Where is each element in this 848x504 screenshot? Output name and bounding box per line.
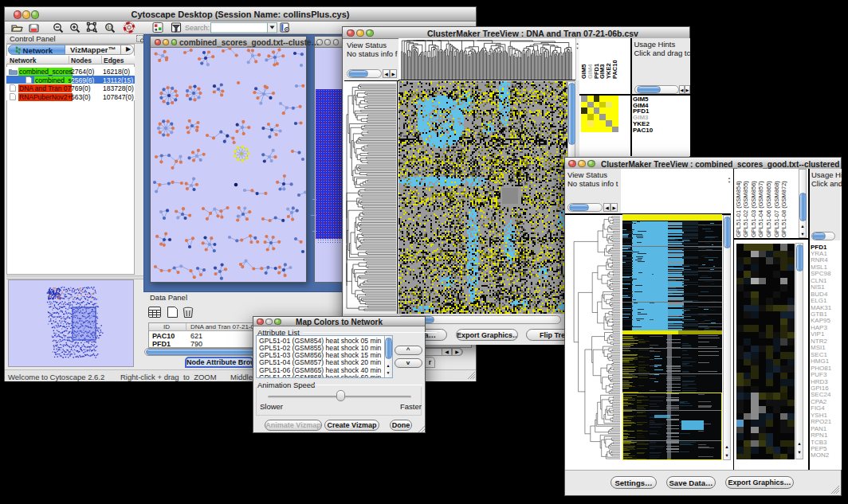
svg-text:1:1: 1:1 bbox=[108, 25, 113, 29]
svg-text:Search:: Search: bbox=[185, 24, 210, 32]
